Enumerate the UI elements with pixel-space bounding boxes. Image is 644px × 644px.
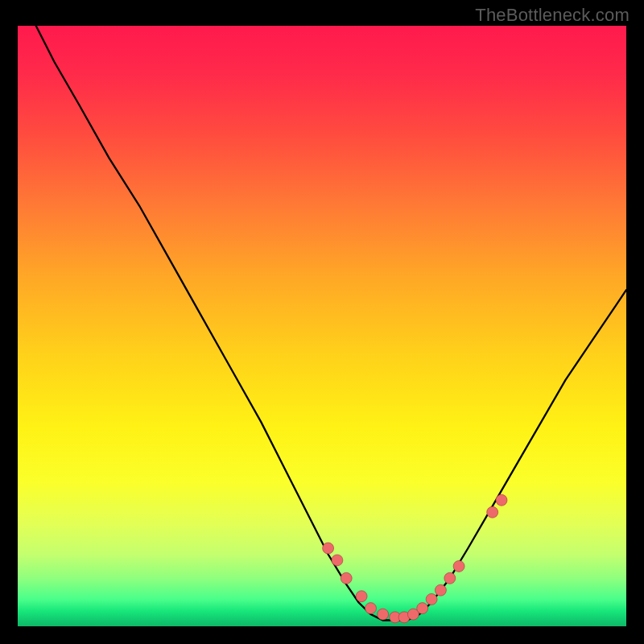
curve-marker <box>417 603 428 614</box>
curve-markers <box>323 494 507 623</box>
bottleneck-curve <box>36 26 626 621</box>
curve-marker <box>444 572 456 584</box>
watermark-text: TheBottleneck.com <box>475 5 630 26</box>
curve-marker <box>435 584 446 596</box>
curve-marker <box>378 609 389 620</box>
curve-marker <box>496 494 507 506</box>
chart-overlay <box>18 26 626 626</box>
curve-marker <box>323 543 334 554</box>
curve-marker <box>356 591 367 602</box>
curve-marker <box>453 560 464 572</box>
curve-marker <box>365 603 377 614</box>
curve-marker <box>487 506 498 518</box>
curve-marker <box>426 593 437 605</box>
curve-marker <box>332 555 343 566</box>
chart-plot-area <box>18 26 626 626</box>
curve-marker <box>341 572 352 584</box>
